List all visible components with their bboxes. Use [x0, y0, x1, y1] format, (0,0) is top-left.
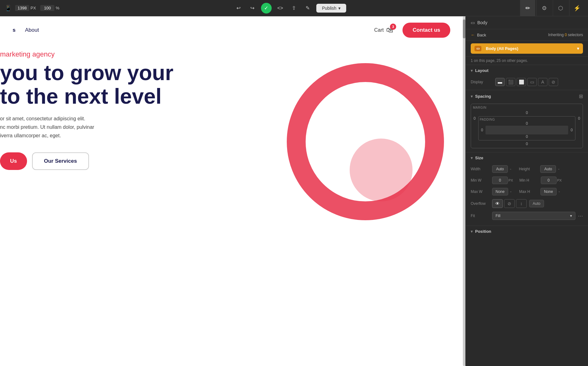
max-w-value[interactable]: None [492, 188, 508, 195]
selector-dropdown[interactable]: ▭ Body (All Pages) ▾ [471, 43, 583, 54]
hero-services-button[interactable]: Our Services [32, 152, 89, 170]
red-blob-decoration [350, 139, 413, 201]
cart-area[interactable]: Cart 🛍 3 [374, 26, 393, 34]
padding-bottom-value[interactable]: 0 [480, 134, 574, 139]
settings-panel-icon[interactable]: ⚙ [536, 0, 552, 16]
margin-right-value[interactable]: 0 [578, 116, 580, 140]
overflow-row: Overflow 👁 ⊘ ↕ Auto [466, 197, 588, 210]
overflow-scroll-button[interactable]: ↕ [516, 199, 527, 208]
fit-chevron-icon: ▾ [570, 214, 572, 218]
publish-button[interactable]: Publish ▾ [316, 4, 346, 13]
min-h-unit: PX [557, 178, 562, 182]
code-editor-button[interactable]: <> [275, 3, 286, 14]
nav-about-link[interactable]: About [25, 27, 39, 33]
overflow-visible-button[interactable]: 👁 [492, 199, 503, 208]
overflow-hidden-button[interactable]: ⊘ [504, 199, 515, 208]
hero-contact-button[interactable]: Us [0, 152, 27, 170]
spacing-action-icon[interactable]: ⊞ [579, 93, 583, 99]
position-label: Position [475, 229, 491, 234]
lightning-panel-icon[interactable]: ⚡ [569, 0, 584, 16]
styles-panel-icon[interactable]: ✏ [520, 0, 535, 16]
selector-icon: ▭ [474, 46, 481, 51]
display-label: Display [471, 80, 493, 84]
spacing-section: ▾ Spacing ⊞ MARGIN 0 0 PADDING 0 0 [466, 90, 588, 152]
padding-right-value[interactable]: 0 [569, 127, 574, 133]
fit-more-icon[interactable]: ⋯ [578, 213, 583, 219]
min-w-label: Min W [471, 178, 490, 183]
display-flex-col-button[interactable]: ⬜ [517, 78, 526, 86]
spacing-chevron-icon: ▾ [471, 94, 473, 99]
display-flex-row-button[interactable]: ⬛ [506, 78, 515, 86]
toolbar-center: ↩ ↪ ✓ <> ⇧ ✎ Publish ▾ [62, 3, 518, 14]
padding-row: 0 0 [480, 126, 574, 134]
display-block-button[interactable]: ▬ [495, 78, 505, 86]
spacing-section-header-left: ▾ Spacing [471, 94, 491, 99]
margin-top-value[interactable]: 0 [473, 111, 581, 115]
spacing-bottom-pad [466, 150, 588, 152]
padding-top-value[interactable]: 0 [480, 121, 574, 126]
fit-dropdown[interactable]: Fill ▾ [492, 212, 575, 220]
position-section-header-left: ▾ Position [471, 229, 491, 234]
size-label: Size [475, 156, 483, 160]
status-check-button[interactable]: ✓ [261, 3, 272, 14]
undo-button[interactable]: ↩ [233, 3, 244, 14]
layout-chevron-icon: ▾ [471, 68, 473, 73]
layout-section-header[interactable]: ▾ Layout [466, 65, 588, 76]
max-h-value[interactable]: None [541, 188, 557, 195]
margin-left-value[interactable]: 0 [474, 116, 476, 140]
display-grid-button[interactable]: ▭ [527, 78, 537, 86]
width-label: Width [471, 167, 490, 171]
dimension-px-label: PX [31, 6, 36, 10]
colors-panel-icon[interactable]: ⬡ [553, 0, 568, 16]
right-panel: ▭ Body ← Back Inheriting 0 selectors ▭ B… [465, 16, 588, 366]
hero-body-line2: nc morbi pretium. Ut nullam dolor, pulvi… [0, 123, 157, 131]
width-val-group: Auto - [492, 165, 513, 173]
canvas-scrollbar-thumb[interactable] [463, 19, 465, 38]
fit-row: Fit Fill ▾ ⋯ [466, 210, 588, 222]
min-h-value[interactable]: 0 [541, 177, 557, 184]
contact-us-nav-button[interactable]: Contact us [402, 23, 450, 38]
device-icon[interactable]: 📱 [4, 4, 13, 13]
overflow-options: 👁 ⊘ ↕ [492, 199, 527, 208]
hero-body: or sit amet, consectetur adipiscing elit… [0, 114, 157, 140]
inheriting-text: Inheriting 0 selectors [548, 33, 583, 37]
cart-badge: 3 [390, 24, 396, 30]
right-panel-icons: ✏ ⚙ ⬡ ⚡ [520, 0, 584, 16]
site-nav: s About Cart 🛍 3 Contact us [0, 16, 463, 44]
spacing-section-header[interactable]: ▾ Spacing ⊞ [466, 90, 588, 102]
canvas: s About Cart 🛍 3 Contact us marketing ag… [0, 16, 465, 366]
width-input[interactable]: 1398 [15, 5, 29, 11]
canvas-scrollbar[interactable] [463, 16, 465, 366]
dimension-display: 1398 PX 100 % [15, 5, 59, 11]
overflow-auto-value[interactable]: Auto [529, 200, 544, 207]
zoom-input[interactable]: 100 [40, 5, 54, 11]
min-h-label: Min H [519, 178, 538, 183]
height-value[interactable]: Auto [540, 165, 556, 173]
position-section-header[interactable]: ▾ Position [466, 226, 588, 237]
margin-bottom-value[interactable]: 0 [473, 142, 581, 146]
max-w-sep: - [509, 189, 513, 194]
width-height-row: Width Auto - Height Auto - [466, 163, 588, 175]
body-element-icon: ▭ [471, 20, 475, 25]
redo-button[interactable]: ↪ [247, 3, 258, 14]
back-label: Back [477, 33, 486, 37]
display-text-button[interactable]: A [538, 78, 547, 86]
layout-label: Layout [475, 68, 489, 73]
min-w-val-group: 0 PX [492, 177, 513, 184]
export-button[interactable]: ⇧ [289, 3, 299, 14]
position-section: ▾ Position [466, 226, 588, 237]
fit-label: Fit [471, 214, 490, 218]
share-button[interactable]: ✎ [302, 3, 313, 14]
panel-header: ▭ Body [466, 16, 588, 29]
display-none-button[interactable]: ⊘ [549, 78, 558, 86]
fit-value: Fill [496, 214, 500, 218]
padding-left-value[interactable]: 0 [480, 127, 485, 133]
min-wh-row: Min W 0 PX Min H 0 PX [466, 175, 588, 186]
back-arrow-icon: ← [471, 32, 475, 37]
layout-section-header-left: ▾ Layout [471, 68, 489, 73]
size-section-header[interactable]: ▾ Size [466, 152, 588, 163]
width-value[interactable]: Auto [492, 165, 508, 173]
width-sep: - [508, 166, 513, 172]
min-w-value[interactable]: 0 [492, 177, 508, 184]
back-button[interactable]: ← Back [471, 32, 486, 37]
